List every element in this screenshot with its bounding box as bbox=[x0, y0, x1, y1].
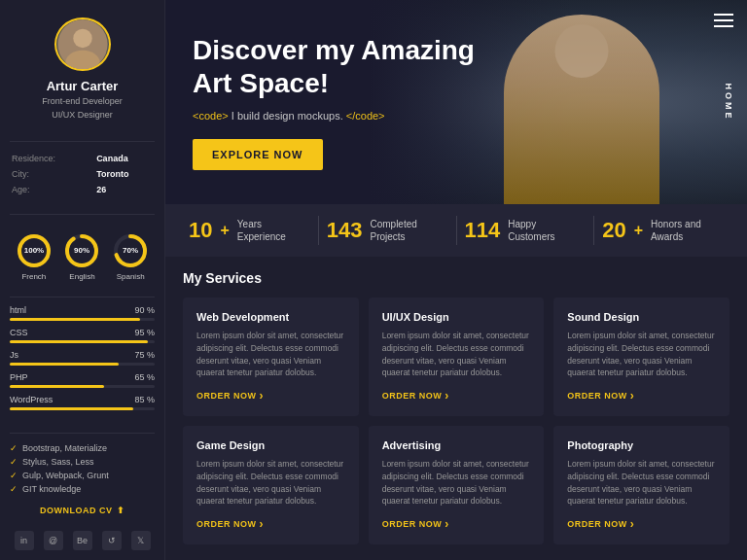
linkedin-icon[interactable]: in bbox=[15, 531, 34, 550]
service-card-1: UI/UX Design Lorem ipsum dolor sit amet,… bbox=[369, 298, 545, 416]
service-card-text: Lorem ipsum dolor sit amet, consectetur … bbox=[382, 458, 531, 508]
residence-label: Residence: bbox=[12, 152, 94, 165]
service-order-button[interactable]: ORDER NOW bbox=[196, 389, 345, 402]
skill-label: html bbox=[10, 305, 26, 315]
behance-icon[interactable]: Be bbox=[73, 531, 92, 550]
skill-label: PHP bbox=[10, 372, 28, 382]
svg-text:90%: 90% bbox=[74, 246, 89, 255]
skill-circle-french: 100% French bbox=[16, 232, 53, 281]
skill-bar-php: PHP 65 % bbox=[10, 372, 155, 388]
twitter-icon[interactable]: 𝕏 bbox=[131, 531, 151, 550]
person-role: Front-end Developer UI/UX Designer bbox=[42, 95, 123, 122]
skill-value: 65 % bbox=[134, 372, 155, 382]
service-card-text: Lorem ipsum dolor sit amet, consectetur … bbox=[567, 458, 716, 508]
code-text: I build design mockups. bbox=[231, 110, 343, 122]
skill-label: WordPress bbox=[10, 395, 53, 404]
sidebar: Artur Carter Front-end Developer UI/UX D… bbox=[0, 0, 165, 560]
city-value: Toronto bbox=[96, 167, 153, 181]
stat-label: Completed Projects bbox=[370, 218, 438, 243]
stat-label: Years Experience bbox=[237, 218, 305, 243]
service-order-button[interactable]: ORDER NOW bbox=[567, 389, 716, 402]
explore-button[interactable]: EXPLORE NOW bbox=[193, 139, 323, 170]
stat-item-2: 114 Happy Customers bbox=[465, 218, 587, 243]
divider-1 bbox=[10, 141, 155, 142]
stat-plus: + bbox=[220, 222, 229, 239]
tech-item: Gulp, Webpack, Grunt bbox=[10, 469, 155, 482]
svg-text:100%: 100% bbox=[24, 246, 44, 255]
service-card-title: Web Development bbox=[196, 311, 345, 323]
skill-bar-html: html 90 % bbox=[10, 305, 155, 321]
tech-list: Bootstrap, MaterializeStylus, Sass, Less… bbox=[10, 441, 155, 496]
stat-divider bbox=[456, 216, 457, 245]
download-cv-link[interactable]: DOWNLOAD CV ⬆ bbox=[40, 506, 124, 515]
info-table: Residence: Canada City: Toronto Age: 26 bbox=[10, 150, 155, 198]
skill-value: 95 % bbox=[134, 328, 155, 337]
main-content: Discover my Amazing Art Space! <code> I … bbox=[165, 0, 747, 560]
code-close-tag: </code> bbox=[346, 110, 385, 122]
download-icon: ⬆ bbox=[117, 506, 125, 515]
hero-content: Discover my Amazing Art Space! <code> I … bbox=[193, 34, 475, 169]
stat-item-3: 20 + Honors and Awards bbox=[602, 218, 724, 243]
email-icon[interactable]: @ bbox=[44, 531, 63, 550]
tech-item: Stylus, Sass, Less bbox=[10, 455, 155, 469]
skill-bar-wordpress: WordPress 85 % bbox=[10, 395, 155, 410]
service-card-2: Sound Design Lorem ipsum dolor sit amet,… bbox=[553, 298, 729, 416]
service-card-0: Web Development Lorem ipsum dolor sit am… bbox=[183, 298, 359, 416]
skill-bars: html 90 % CSS 95 % Js 75 % bbox=[10, 305, 155, 417]
service-order-button[interactable]: ORDER NOW bbox=[382, 389, 531, 402]
services-section: My Services Web Development Lorem ipsum … bbox=[165, 257, 747, 560]
hero-section: Discover my Amazing Art Space! <code> I … bbox=[165, 0, 747, 204]
divider-4 bbox=[10, 433, 155, 434]
person-name: Artur Carter bbox=[47, 79, 119, 93]
stat-label: Happy Customers bbox=[508, 218, 576, 243]
stat-divider bbox=[318, 216, 319, 245]
skill-label: CSS bbox=[10, 328, 28, 337]
svg-point-1 bbox=[73, 29, 91, 48]
stat-number: 10 bbox=[189, 220, 212, 241]
service-order-button[interactable]: ORDER NOW bbox=[382, 517, 531, 531]
hero-title: Discover my Amazing Art Space! bbox=[193, 34, 475, 99]
service-card-title: Sound Design bbox=[567, 311, 716, 323]
skill-value: 75 % bbox=[134, 350, 155, 360]
stats-bar: 10 + Years Experience 143 Completed Proj… bbox=[165, 204, 747, 257]
service-card-title: UI/UX Design bbox=[382, 311, 531, 323]
service-card-5: Photography Lorem ipsum dolor sit amet, … bbox=[553, 426, 729, 544]
stat-number: 143 bbox=[327, 220, 363, 241]
service-order-button[interactable]: ORDER NOW bbox=[196, 517, 345, 531]
service-order-button[interactable]: ORDER NOW bbox=[567, 517, 716, 531]
service-card-text: Lorem ipsum dolor sit amet, consectetur … bbox=[382, 330, 531, 379]
tech-item: Bootstrap, Materialize bbox=[10, 441, 155, 455]
divider-3 bbox=[10, 297, 155, 298]
hamburger-menu[interactable] bbox=[714, 14, 733, 27]
stat-divider bbox=[593, 216, 594, 245]
skill-value: 85 % bbox=[134, 395, 155, 404]
hero-code-line: <code> I build design mockups. </code> bbox=[193, 110, 475, 122]
stat-number: 20 bbox=[602, 220, 625, 241]
skill-circle-english: 90% English bbox=[63, 232, 100, 281]
skill-label: Js bbox=[10, 350, 18, 360]
residence-value: Canada bbox=[96, 152, 153, 165]
service-card-text: Lorem ipsum dolor sit amet, consectetur … bbox=[567, 330, 716, 379]
services-grid: Web Development Lorem ipsum dolor sit am… bbox=[183, 298, 729, 544]
service-card-title: Advertising bbox=[382, 439, 531, 451]
svg-text:70%: 70% bbox=[123, 246, 138, 255]
service-card-text: Lorem ipsum dolor sit amet, consectetur … bbox=[196, 330, 345, 379]
age-label: Age: bbox=[12, 183, 94, 196]
city-label: City: bbox=[12, 167, 94, 181]
avatar bbox=[54, 18, 111, 71]
stat-number: 114 bbox=[465, 220, 501, 241]
service-card-title: Photography bbox=[567, 439, 716, 451]
services-title: My Services bbox=[183, 270, 729, 286]
code-open-tag: <code> bbox=[193, 110, 229, 122]
age-value: 26 bbox=[96, 183, 153, 196]
service-card-4: Advertising Lorem ipsum dolor sit amet, … bbox=[369, 426, 545, 544]
hero-person-image bbox=[494, 10, 669, 204]
skill-circle-spanish: 70% Spanish bbox=[112, 232, 149, 281]
home-label: HOME bbox=[724, 84, 733, 122]
skill-bar-css: CSS 95 % bbox=[10, 328, 155, 343]
refresh-icon[interactable]: ↺ bbox=[102, 531, 122, 550]
stat-item-1: 143 Completed Projects bbox=[327, 218, 448, 243]
divider-2 bbox=[10, 214, 155, 215]
stat-plus: + bbox=[634, 222, 643, 239]
service-card-text: Lorem ipsum dolor sit amet, consectetur … bbox=[196, 458, 345, 508]
